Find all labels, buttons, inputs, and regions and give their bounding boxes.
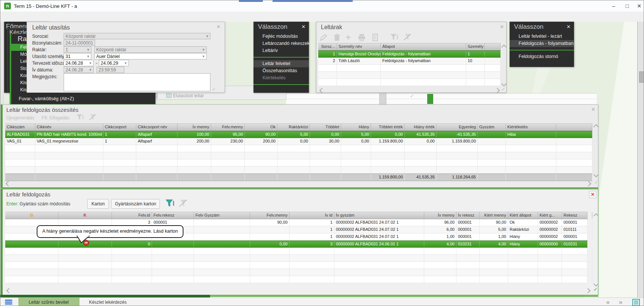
table-row-empty[interactable] (318, 79, 501, 86)
scroll-right-icon[interactable] (495, 88, 500, 93)
scroll-left-icon[interactable] (6, 288, 12, 293)
menu-item[interactable]: Leltár felvétel (253, 60, 309, 67)
table-row[interactable]: 2Tóth LászlóFeldolgozás - folyamatban10 (318, 58, 501, 65)
iv-ido-field[interactable]: 23:59:59 (97, 67, 124, 73)
column-header[interactable]: Cikkcsoport név (136, 124, 177, 131)
window-right-scrollbar[interactable] (637, 22, 644, 297)
column-header[interactable]: Cikkszám (5, 124, 35, 131)
column-header[interactable]: Ív gyszám (334, 212, 424, 219)
menu-item[interactable]: Leltár felvétel - lezárt (510, 33, 574, 40)
column-header[interactable]: Rekesz (562, 212, 587, 219)
column-header[interactable]: Állapot (381, 43, 466, 50)
iv-datum-picker[interactable]: 24.06.28▼ (64, 67, 94, 73)
table-row-empty[interactable] (5, 159, 592, 166)
chevron-down-icon[interactable]: ▼ (86, 53, 90, 59)
column-header[interactable]: Ív menny (177, 124, 211, 131)
minimize-button[interactable]: – (608, 2, 619, 10)
table-row-empty[interactable] (318, 65, 501, 72)
close-button[interactable]: ✕ (634, 2, 644, 10)
table-row-empty[interactable] (5, 255, 587, 262)
column-header[interactable]: K (58, 212, 112, 219)
chevron-down-icon[interactable]: ▼ (202, 53, 205, 59)
dialog-close-icon[interactable]: ✕ (216, 24, 221, 30)
filter-icon[interactable] (76, 114, 84, 121)
column-header[interactable]: Felv.menny (250, 212, 289, 219)
close-icon[interactable]: ✕ (566, 24, 571, 30)
column-header[interactable]: G (5, 212, 58, 219)
accept-button-disabled[interactable]: F9: Elfogadás (42, 115, 69, 120)
column-header[interactable]: Cikknév (35, 124, 103, 131)
filter-active-icon[interactable] (165, 199, 175, 208)
column-header[interactable]: Hiány érték (405, 124, 437, 131)
karton-button[interactable]: Karton (87, 199, 109, 209)
scroll-down-icon[interactable] (593, 172, 599, 177)
column-header[interactable]: Kiértékelés (506, 124, 556, 131)
table-row-empty[interactable] (5, 262, 587, 269)
column-header[interactable]: Kiért g... (538, 212, 562, 219)
tab-leltar-szures[interactable]: Leltár szűrés bevitel (18, 298, 79, 306)
table-row-empty[interactable] (5, 269, 587, 276)
scroll-right-icon[interactable] (585, 288, 590, 293)
chevron-down-icon[interactable]: ▼ (89, 67, 92, 73)
confirm-check-icon[interactable]: ✓ (593, 287, 598, 292)
column-header[interactable]: Sorsz... (318, 43, 337, 50)
column-header[interactable]: Felv.rekesz (152, 212, 194, 219)
bizonylatszam-field[interactable]: 24-11-000001 (64, 40, 95, 46)
megjegyzes-textarea[interactable] (64, 73, 210, 91)
scroll-left-icon[interactable] (6, 181, 11, 186)
close-icon[interactable]: ✕ (591, 107, 595, 112)
sorozat-select[interactable]: Központi raktár▼ (64, 33, 210, 39)
column-header[interactable]: Többlet érték (371, 124, 405, 131)
column-header[interactable]: Hiány (341, 124, 371, 131)
scroll-up-icon[interactable] (593, 213, 599, 218)
scroll-down-icon[interactable] (593, 281, 599, 287)
close-icon[interactable]: ✕ (301, 24, 306, 30)
column-header[interactable] (587, 212, 592, 219)
column-header[interactable]: Kiért állapot (508, 212, 538, 219)
confirm-check-icon[interactable]: ✓ (594, 180, 598, 185)
column-header[interactable]: Személy név (337, 43, 381, 50)
column-header[interactable]: Többlet (310, 124, 341, 131)
dialog-confirm-check-icon[interactable]: ✓ (212, 86, 216, 92)
column-header[interactable]: Személy (466, 43, 485, 50)
table-row[interactable]: VAS_01VAS_01 megnevezése1Alfaparf200,002… (5, 138, 592, 145)
scroll-up-icon[interactable] (501, 45, 507, 50)
chevron-down-icon[interactable]: ▼ (202, 47, 205, 53)
filter-icon[interactable] (390, 33, 399, 42)
chevron-down-icon[interactable]: ▼ (86, 47, 90, 53)
scroll-right-icon[interactable] (586, 181, 591, 186)
clear-filter-icon[interactable] (403, 33, 412, 42)
idoszak-from-picker[interactable]: 24.06.28▼ (64, 60, 94, 66)
menu-item[interactable]: Leltárív (253, 47, 309, 54)
scroll-left-icon[interactable] (319, 88, 325, 93)
regenerate-button-disabled[interactable]: Újragenerálás (6, 115, 34, 120)
column-header[interactable]: Ív menny (424, 212, 456, 219)
table-row[interactable]: 00,00300000000 ALFBAD031 24.06.01 14,000… (5, 241, 587, 248)
menu-item[interactable]: Fejléc módosítás (253, 33, 309, 40)
menu-item[interactable]: Leltározandó rekeszek (253, 40, 309, 47)
page-prev-icon[interactable]: « (606, 299, 610, 306)
chevron-down-icon[interactable]: ▼ (206, 33, 209, 39)
table-row-empty[interactable] (5, 276, 587, 283)
table-row-empty[interactable] (5, 145, 592, 152)
idoszak-to-picker[interactable]: 24.06.29▼ (99, 60, 129, 66)
menu-item[interactable]: Összehasonlítás (253, 67, 309, 74)
utasito-code-select[interactable]: 31▼ (64, 53, 91, 59)
document-icon[interactable] (371, 33, 379, 42)
modify-serial-button[interactable]: Enter: Gyártási szám módosítás (6, 201, 70, 206)
column-header[interactable]: Ok (245, 124, 277, 131)
menu-item[interactable]: Feldolgozás stornó (510, 53, 574, 60)
column-header[interactable]: Ív id (289, 212, 334, 219)
column-header[interactable]: Gyszám (478, 124, 506, 131)
table-row-empty[interactable] (5, 166, 592, 174)
tab-keszlet-lekerdezes[interactable]: Készlet lekérdezés (80, 298, 136, 306)
close-icon[interactable]: ✕ (589, 191, 596, 198)
confirm-check-icon[interactable]: ✓ (501, 86, 505, 92)
chevron-down-icon[interactable]: ▼ (124, 60, 127, 66)
column-header[interactable]: Ív rekesz (456, 212, 480, 219)
print-icon[interactable] (358, 33, 366, 42)
table-row-empty[interactable] (318, 72, 501, 79)
column-header[interactable]: Cikkcsoport (103, 124, 136, 131)
delete-icon[interactable] (333, 33, 341, 42)
clear-filter-icon[interactable] (179, 199, 188, 208)
